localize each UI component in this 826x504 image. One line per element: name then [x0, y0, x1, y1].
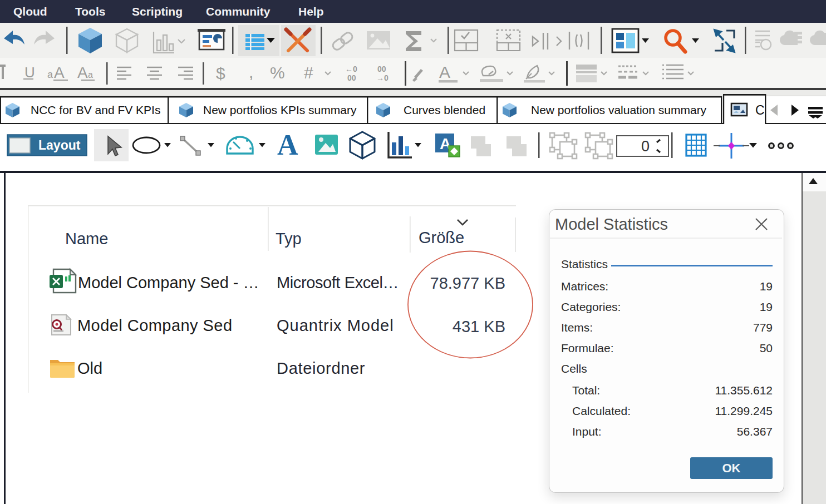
- svg-text:0: 0: [641, 138, 650, 155]
- svg-text:←0: ←0: [345, 65, 357, 73]
- svg-text:A: A: [77, 64, 88, 81]
- svg-text:00: 00: [377, 65, 386, 73]
- svg-text:#: #: [304, 63, 313, 82]
- svg-text:A: A: [439, 63, 450, 81]
- svg-text:A: A: [277, 129, 298, 161]
- svg-text:a: a: [47, 69, 53, 80]
- svg-text:00: 00: [347, 73, 356, 82]
- svg-text:A: A: [54, 64, 65, 81]
- svg-text:$: $: [216, 64, 225, 82]
- svg-text:→0: →0: [376, 73, 389, 82]
- svg-text:%: %: [270, 63, 285, 82]
- svg-text:a: a: [88, 70, 93, 80]
- svg-text:Layout: Layout: [38, 138, 81, 152]
- svg-text:,: ,: [249, 63, 253, 81]
- svg-text:U: U: [24, 64, 35, 81]
